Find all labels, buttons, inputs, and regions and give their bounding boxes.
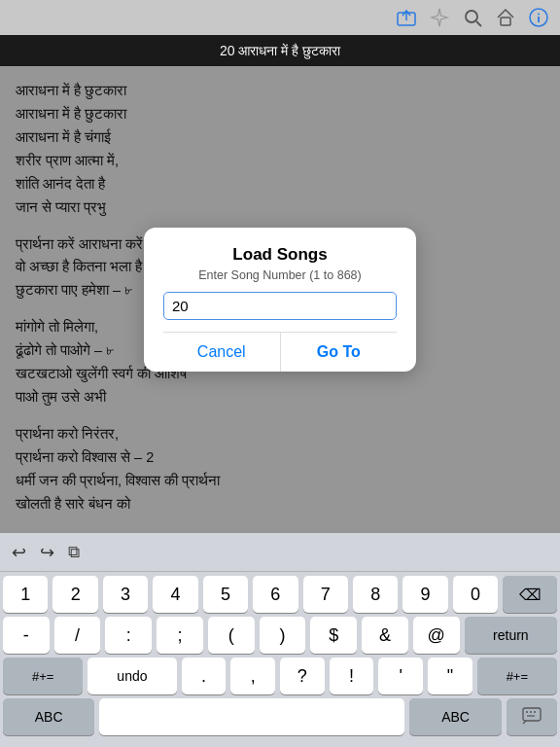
keyboard-row2: - / : ; ( ) $ & @ return <box>0 615 560 656</box>
keyboard-bottom-row: ABC ABC <box>0 696 560 737</box>
svg-point-6 <box>538 14 540 16</box>
svg-line-3 <box>476 21 481 26</box>
key-3[interactable]: 3 <box>103 576 148 613</box>
key-lparen[interactable]: ( <box>208 617 255 654</box>
svg-rect-4 <box>501 18 510 25</box>
key-2[interactable]: 2 <box>52 576 97 613</box>
search-icon[interactable] <box>459 4 486 31</box>
key-6[interactable]: 6 <box>253 576 298 613</box>
copy-icon[interactable]: ⧉ <box>68 543 80 562</box>
key-apostrophe[interactable]: ' <box>378 658 423 694</box>
home-icon[interactable] <box>492 4 519 31</box>
key-0[interactable]: 0 <box>453 576 498 613</box>
emoji-key[interactable] <box>507 698 557 735</box>
keyboard-row3: #+= undo . , ? ! ' " #+= <box>0 656 560 696</box>
svg-rect-8 <box>523 708 541 721</box>
abc-left-key[interactable]: ABC <box>3 698 94 735</box>
title-text: 20 आराधना में है छुटकारा <box>220 43 340 59</box>
dialog-buttons: Cancel Go To <box>163 332 397 372</box>
hashplus-key-left[interactable]: #+= <box>3 658 83 694</box>
space-key[interactable] <box>99 698 404 735</box>
info-icon[interactable] <box>525 4 552 31</box>
undo-key[interactable]: undo <box>88 658 176 694</box>
svg-point-2 <box>466 11 477 22</box>
dialog-title: Load Songs <box>163 245 397 265</box>
key-comma[interactable]: , <box>230 658 275 694</box>
keyboard: ↩ ↪ ⧉ 1 2 3 4 5 6 7 8 9 0 ⌫ - / : ; ( ) … <box>0 533 560 747</box>
toolbar <box>393 0 560 35</box>
key-colon[interactable]: : <box>105 617 152 654</box>
cancel-button[interactable]: Cancel <box>163 333 281 372</box>
key-5[interactable]: 5 <box>203 576 248 613</box>
key-period[interactable]: . <box>182 658 227 694</box>
key-slash[interactable]: / <box>54 617 101 654</box>
key-9[interactable]: 9 <box>402 576 447 613</box>
key-quote[interactable]: " <box>428 658 472 694</box>
key-exclaim[interactable]: ! <box>330 658 374 694</box>
song-number-input[interactable] <box>163 292 397 320</box>
delete-key[interactable]: ⌫ <box>503 576 557 613</box>
key-dollar[interactable]: $ <box>310 617 357 654</box>
keyboard-toolbar: ↩ ↪ ⧉ <box>0 533 560 572</box>
abc-right-key[interactable]: ABC <box>409 698 501 735</box>
load-songs-dialog: Load Songs Enter Song Number (1 to 868) … <box>144 228 416 372</box>
key-4[interactable]: 4 <box>153 576 197 613</box>
key-8[interactable]: 8 <box>353 576 398 613</box>
key-dash[interactable]: - <box>3 617 50 654</box>
title-bar: 20 आराधना में है छुटकारा <box>0 35 560 66</box>
key-7[interactable]: 7 <box>303 576 348 613</box>
hashplus-key-right[interactable]: #+= <box>477 658 557 694</box>
key-1[interactable]: 1 <box>3 576 48 613</box>
key-rparen[interactable]: ) <box>260 617 306 654</box>
key-semicolon[interactable]: ; <box>157 617 203 654</box>
goto-button[interactable]: Go To <box>281 333 398 372</box>
modal-overlay: Load Songs Enter Song Number (1 to 868) … <box>0 66 560 533</box>
share-icon[interactable] <box>393 4 420 31</box>
redo-icon[interactable]: ↪ <box>40 542 54 563</box>
sparkle-icon[interactable] <box>426 4 453 31</box>
return-key[interactable]: return <box>465 617 557 654</box>
key-at[interactable]: @ <box>413 617 460 654</box>
key-ampersand[interactable]: & <box>362 617 408 654</box>
keyboard-number-row: 1 2 3 4 5 6 7 8 9 0 ⌫ <box>0 572 560 615</box>
key-question[interactable]: ? <box>280 658 325 694</box>
undo-icon[interactable]: ↩ <box>12 542 26 563</box>
dialog-subtitle: Enter Song Number (1 to 868) <box>163 268 397 282</box>
